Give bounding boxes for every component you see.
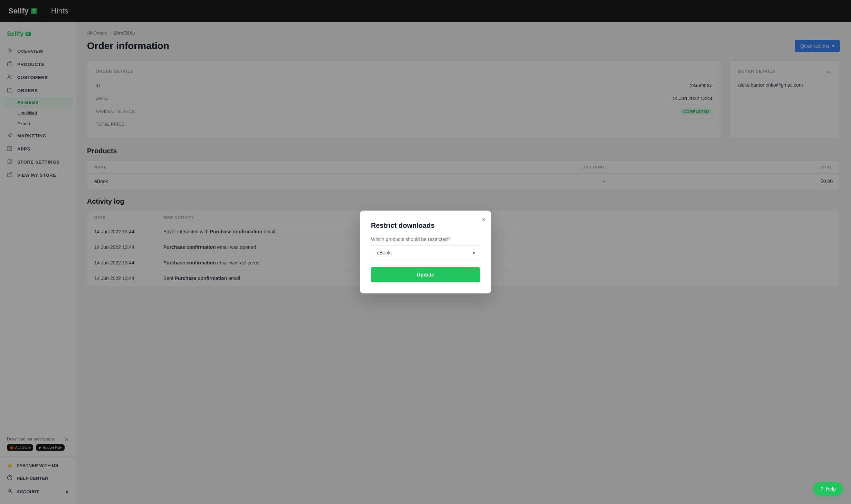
update-button[interactable]: Update (371, 267, 480, 282)
modal-select-wrapper: eBook. ▾ (371, 245, 480, 260)
help-button[interactable]: ? Help (813, 482, 843, 496)
products-select[interactable]: eBook. (371, 245, 480, 260)
restrict-downloads-modal: × Restrict downloads Which products shou… (360, 211, 491, 293)
modal-overlay[interactable]: × Restrict downloads Which products shou… (0, 0, 851, 504)
help-label: Help (826, 486, 836, 492)
modal-title: Restrict downloads (371, 222, 480, 230)
modal-close-button[interactable]: × (482, 216, 486, 223)
modal-label: Which products should be restricted? (371, 236, 480, 242)
help-question-icon: ? (820, 486, 823, 492)
